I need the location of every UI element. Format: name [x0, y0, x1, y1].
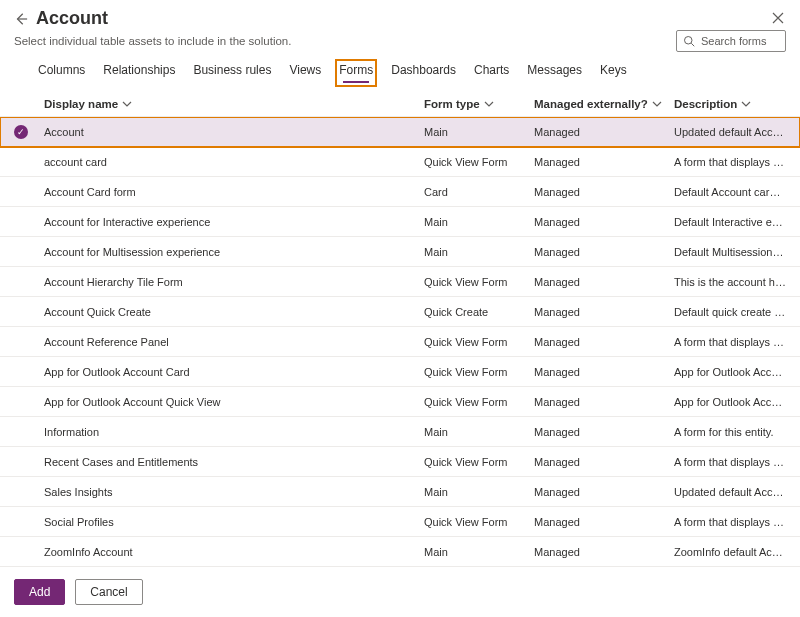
table-row[interactable]: InformationMainManagedA form for this en… [0, 417, 800, 447]
add-button[interactable]: Add [14, 579, 65, 605]
table-row[interactable]: Account for Interactive experienceMainMa… [0, 207, 800, 237]
table-row[interactable]: App for Outlook Account Quick ViewQuick … [0, 387, 800, 417]
cell-description: Default Account card form. [674, 186, 786, 198]
cell-display-name: Information [44, 426, 424, 438]
cell-form-type: Quick View Form [424, 336, 534, 348]
cell-managed-externally: Managed [534, 486, 674, 498]
cell-form-type: Card [424, 186, 534, 198]
cell-form-type: Main [424, 216, 534, 228]
table-row[interactable]: Social ProfilesQuick View FormManagedA f… [0, 507, 800, 537]
cell-managed-externally: Managed [534, 156, 674, 168]
tab-charts[interactable]: Charts [474, 63, 509, 83]
cell-description: Default quick create form for Account [674, 306, 786, 318]
cell-form-type: Main [424, 546, 534, 558]
cell-form-type: Quick View Form [424, 366, 534, 378]
cell-display-name: Account Card form [44, 186, 424, 198]
table-row[interactable]: Sales InsightsMainManagedUpdated default… [0, 477, 800, 507]
cell-display-name: ZoomInfo Account [44, 546, 424, 558]
svg-point-0 [685, 37, 693, 45]
cell-description: Updated default Account form. [674, 126, 786, 138]
footer: Add Cancel [0, 566, 800, 617]
cell-description: A form for this entity. [674, 426, 786, 438]
cell-display-name: App for Outlook Account Card [44, 366, 424, 378]
cell-display-name: Account Hierarchy Tile Form [44, 276, 424, 288]
table-row[interactable]: Account Quick CreateQuick CreateManagedD… [0, 297, 800, 327]
table-row[interactable]: Recent Cases and EntitlementsQuick View … [0, 447, 800, 477]
tab-views[interactable]: Views [289, 63, 321, 83]
cell-display-name: account card [44, 156, 424, 168]
back-icon[interactable] [14, 12, 28, 26]
cell-display-name: Social Profiles [44, 516, 424, 528]
cell-display-name: Account Reference Panel [44, 336, 424, 348]
cell-description: Updated default Account form. [674, 486, 786, 498]
cell-managed-externally: Managed [534, 306, 674, 318]
table-row[interactable]: Account for Multisession experienceMainM… [0, 237, 800, 267]
table-header: Display name Form type Managed externall… [0, 98, 800, 117]
cell-managed-externally: Managed [534, 186, 674, 198]
search-input[interactable] [699, 34, 779, 48]
cancel-button[interactable]: Cancel [75, 579, 142, 605]
cell-description: ZoomInfo default Account form. [674, 546, 786, 558]
tabs: ColumnsRelationshipsBusiness rulesViewsF… [0, 51, 800, 84]
table-row[interactable]: Account Card formCardManagedDefault Acco… [0, 177, 800, 207]
col-header-description[interactable]: Description [674, 98, 786, 110]
table-row[interactable]: Account Hierarchy Tile FormQuick View Fo… [0, 267, 800, 297]
cell-display-name: Account for Multisession experience [44, 246, 424, 258]
tab-messages[interactable]: Messages [527, 63, 582, 83]
table-row[interactable]: account cardQuick View FormManagedA form… [0, 147, 800, 177]
cell-description: App for Outlook Account Card [674, 366, 786, 378]
cell-managed-externally: Managed [534, 426, 674, 438]
page-subtitle: Select individual table assets to includ… [14, 35, 772, 47]
cell-description: Default Interactive experience Account [674, 216, 786, 228]
tab-keys[interactable]: Keys [600, 63, 627, 83]
cell-form-type: Main [424, 126, 534, 138]
cell-form-type: Quick View Form [424, 456, 534, 468]
check-icon: ✓ [14, 125, 28, 139]
cell-description: A form that displays the account card. [674, 156, 786, 168]
cell-form-type: Quick View Form [424, 396, 534, 408]
table-row[interactable]: ✓AccountMainManagedUpdated default Accou… [0, 117, 800, 147]
cell-form-type: Main [424, 486, 534, 498]
chevron-down-icon [652, 99, 662, 109]
tab-business-rules[interactable]: Business rules [193, 63, 271, 83]
cell-form-type: Quick Create [424, 306, 534, 318]
cell-managed-externally: Managed [534, 216, 674, 228]
chevron-down-icon [741, 99, 751, 109]
cell-managed-externally: Managed [534, 396, 674, 408]
tab-forms[interactable]: Forms [339, 63, 373, 83]
cell-description: A form that displays Reference Panel of [674, 336, 786, 348]
cell-form-type: Main [424, 426, 534, 438]
table-row[interactable]: ZoomInfo AccountMainManagedZoomInfo defa… [0, 537, 800, 567]
cell-managed-externally: Managed [534, 456, 674, 468]
table-row[interactable]: App for Outlook Account CardQuick View F… [0, 357, 800, 387]
tab-dashboards[interactable]: Dashboards [391, 63, 456, 83]
row-checkbox[interactable]: ✓ [14, 125, 44, 139]
cell-description: A form that displays social profiles of … [674, 516, 786, 528]
cell-form-type: Quick View Form [424, 276, 534, 288]
cell-description: This is the account hierarchy definition… [674, 276, 786, 288]
cell-managed-externally: Managed [534, 126, 674, 138]
cell-display-name: Account Quick Create [44, 306, 424, 318]
tab-columns[interactable]: Columns [38, 63, 85, 83]
cell-description: Default Multisession experience Account [674, 246, 786, 258]
search-icon [683, 35, 695, 47]
cell-managed-externally: Managed [534, 336, 674, 348]
cell-form-type: Main [424, 246, 534, 258]
search-box[interactable] [676, 30, 786, 52]
col-header-managed-externally[interactable]: Managed externally? [534, 98, 674, 110]
col-header-display-name[interactable]: Display name [44, 98, 424, 110]
close-icon[interactable] [772, 12, 786, 26]
cell-display-name: Sales Insights [44, 486, 424, 498]
tab-relationships[interactable]: Relationships [103, 63, 175, 83]
cell-display-name: App for Outlook Account Quick View [44, 396, 424, 408]
cell-managed-externally: Managed [534, 546, 674, 558]
cell-display-name: Recent Cases and Entitlements [44, 456, 424, 468]
cell-managed-externally: Managed [534, 366, 674, 378]
cell-managed-externally: Managed [534, 516, 674, 528]
cell-form-type: Quick View Form [424, 516, 534, 528]
table-row[interactable]: Account Reference PanelQuick View FormMa… [0, 327, 800, 357]
cell-display-name: Account for Interactive experience [44, 216, 424, 228]
chevron-down-icon [484, 99, 494, 109]
page-title: Account [36, 8, 108, 29]
col-header-form-type[interactable]: Form type [424, 98, 534, 110]
